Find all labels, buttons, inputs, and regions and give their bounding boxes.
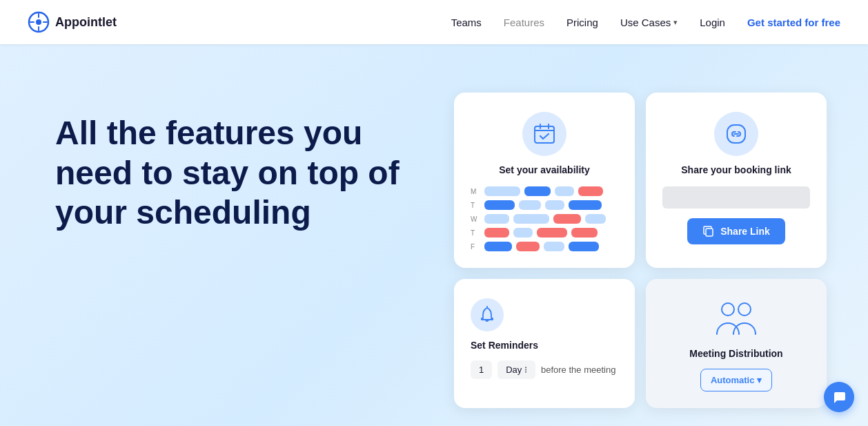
bar [513, 214, 549, 224]
meeting-distribution-card: Meeting Distribution Automatic ▾ [646, 279, 827, 408]
bar [484, 214, 509, 224]
reminder-suffix: before the meeting [541, 365, 615, 375]
bar [513, 228, 533, 238]
schedule-row-t2: T [471, 228, 618, 238]
svg-rect-6 [535, 126, 554, 143]
schedule-row-w: W [471, 214, 618, 224]
day-label-f: F [471, 243, 480, 251]
nav-cta[interactable]: Get started for free [747, 17, 840, 28]
bar [553, 214, 581, 224]
availability-card: Set your availability M T [454, 93, 635, 268]
reminders-title: Set Reminders [471, 340, 618, 351]
logo-text: Appointlet [55, 15, 117, 30]
chat-icon [831, 389, 847, 405]
meeting-distribution-title: Meeting Distribution [689, 348, 782, 359]
nav-pricing[interactable]: Pricing [566, 17, 598, 28]
bar [484, 200, 515, 210]
nav-login[interactable]: Login [700, 17, 725, 28]
calendar-check-icon [532, 122, 557, 146]
people-icon [711, 300, 761, 340]
bar [524, 186, 551, 196]
meeting-icons [711, 298, 761, 340]
hero-title: All the features you need to stay on top… [55, 113, 414, 233]
reminders-card: Set Reminders 1 Day ⁝ before the meeting [454, 279, 635, 408]
main-section: All the features you need to stay on top… [0, 44, 868, 426]
bar [569, 200, 602, 210]
svg-point-15 [738, 303, 751, 316]
copy-icon [702, 225, 715, 238]
navbar: Appointlet Teams Features Pricing Use Ca… [0, 0, 868, 44]
bar [545, 200, 564, 210]
share-link-title: Share your booking link [681, 164, 791, 175]
bar [516, 242, 540, 251]
nav-links: Teams Features Pricing Use Cases ▾ Login… [451, 17, 840, 28]
nav-features[interactable]: Features [504, 17, 544, 28]
share-link-input[interactable] [662, 186, 810, 209]
logo[interactable]: Appointlet [28, 11, 117, 33]
day-label-t1: T [471, 202, 480, 209]
nav-use-cases[interactable]: Use Cases ▾ [620, 17, 678, 28]
reminder-row: 1 Day ⁝ before the meeting [471, 360, 618, 379]
chat-bubble-button[interactable] [824, 382, 854, 412]
reminder-icon-circle [471, 298, 504, 331]
share-link-button[interactable]: Share Link [687, 218, 785, 244]
bar [537, 228, 567, 238]
bar [519, 200, 541, 210]
bar [578, 186, 603, 196]
hero-text-block: All the features you need to stay on top… [55, 86, 414, 233]
link-share-icon [724, 122, 748, 146]
bar [571, 228, 598, 238]
bar [484, 242, 512, 251]
day-label-t2: T [471, 229, 480, 237]
day-label-m: M [471, 188, 480, 195]
share-link-card: Share your booking link Share Link [646, 93, 827, 268]
bell-icon [477, 305, 497, 325]
schedule-row-m: M [471, 186, 618, 196]
schedule-row-t1: T [471, 200, 618, 210]
svg-point-1 [36, 19, 41, 25]
share-icon-circle [714, 112, 758, 156]
logo-icon [28, 11, 50, 33]
bar [484, 186, 520, 196]
bar [555, 186, 574, 196]
reminder-unit[interactable]: Day ⁝ [497, 360, 535, 379]
bar [484, 228, 509, 238]
availability-icon-circle [522, 112, 566, 156]
reminder-number[interactable]: 1 [471, 360, 492, 379]
bar [569, 242, 599, 251]
bar [544, 242, 564, 251]
svg-rect-12 [706, 229, 713, 236]
nav-teams[interactable]: Teams [451, 17, 482, 28]
automatic-dropdown[interactable]: Automatic ▾ [700, 369, 772, 391]
schedule-row-f: F [471, 242, 618, 251]
bar [585, 214, 606, 224]
cards-area: Set your availability M T [426, 86, 827, 408]
svg-point-14 [722, 303, 734, 316]
schedule-grid: M T W [471, 186, 618, 251]
day-label-w: W [471, 215, 480, 223]
chevron-down-icon: ▾ [673, 18, 678, 27]
availability-title: Set your availability [499, 164, 590, 175]
